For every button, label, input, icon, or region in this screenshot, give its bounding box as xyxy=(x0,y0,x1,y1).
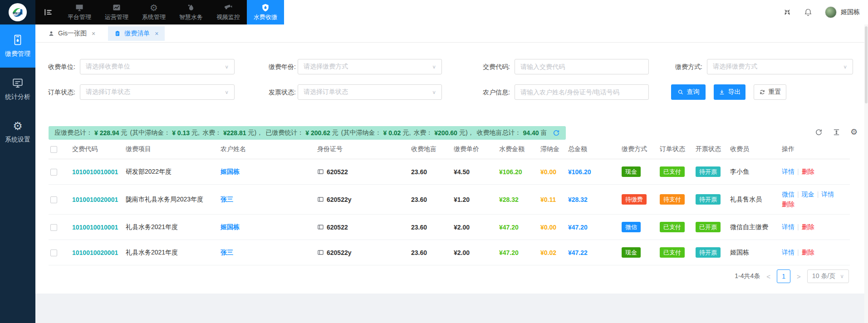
scrollbar[interactable] xyxy=(864,24,868,323)
nav-item-water-fee-collection[interactable]: 水费收缴 xyxy=(247,0,284,24)
scrollbar-thumb[interactable] xyxy=(865,26,868,103)
nav-item-label: 平台管理 xyxy=(68,13,91,21)
tab-gis-map[interactable]: Gis一张图 × xyxy=(42,26,102,41)
refresh-icon[interactable] xyxy=(553,129,560,137)
invoice-status-select[interactable]: 请选择订单状态∨ xyxy=(298,84,442,100)
bell-icon[interactable] xyxy=(804,8,812,16)
fullscreen-icon[interactable] xyxy=(783,8,791,16)
table-row: 1010010010001 礼县水务2021年度 姬国栋 620522 23.6… xyxy=(49,215,850,240)
search-button[interactable]: 查询 xyxy=(671,84,706,100)
wechat-pay-link[interactable]: 微信 xyxy=(782,191,794,198)
filter-label-payment-code: 交费代码: xyxy=(471,59,510,74)
col-header: 收费地亩 xyxy=(409,143,452,159)
water-meter-icon xyxy=(12,34,24,46)
export-button[interactable]: 导出 xyxy=(714,84,745,100)
sidebar: RIEON 缴费管理 统计分析 ⚙ 系统设置 xyxy=(0,0,35,323)
detail-link[interactable]: 详情 xyxy=(821,191,834,198)
area-cell: 23.60 xyxy=(409,240,452,265)
farmer-name-link[interactable]: 姬国栋 xyxy=(221,168,240,175)
sidebar-item-statistics[interactable]: 统计分析 xyxy=(0,68,35,111)
farmer-info-input[interactable] xyxy=(515,84,649,100)
payment-code-input[interactable] xyxy=(515,59,649,74)
nav-item-system-management[interactable]: ⚙ 系统管理 xyxy=(135,0,172,24)
payment-method-select[interactable]: 请选择缴费方式∨ xyxy=(707,59,853,74)
user-menu[interactable]: 姬国栋 xyxy=(825,6,860,18)
select-all-checkbox[interactable] xyxy=(50,146,57,153)
row-checkbox[interactable] xyxy=(50,224,57,231)
next-page-icon[interactable]: > xyxy=(797,273,801,280)
payment-code-link[interactable]: 1010010020001 xyxy=(72,249,118,256)
row-checkbox[interactable] xyxy=(50,169,57,176)
collector-cell: 礼县售水员 xyxy=(728,185,780,215)
area-cell: 23.60 xyxy=(409,159,452,185)
tab-bar: Gis一张图 × 缴费清单 × xyxy=(35,24,868,43)
delete-link[interactable]: 删除 xyxy=(782,201,794,208)
row-checkbox[interactable] xyxy=(50,196,57,203)
page-size-select[interactable]: 10 条/页 ∨ xyxy=(807,269,849,283)
reset-button[interactable]: 重置 xyxy=(754,84,786,100)
project-cell: 礼县水务2021年度 xyxy=(124,240,219,265)
reset-icon xyxy=(759,89,765,95)
col-header: 收费员 xyxy=(728,143,780,159)
payment-code-link[interactable]: 1010010010001 xyxy=(72,224,118,231)
delete-link[interactable]: 删除 xyxy=(802,168,814,175)
pay-method-badge: 待缴费 xyxy=(622,194,647,205)
sidebar-item-system-settings[interactable]: ⚙ 系统设置 xyxy=(0,111,35,154)
sidebar-item-payment-management[interactable]: 缴费管理 xyxy=(0,24,35,68)
unit-price-cell: ¥4.50 xyxy=(452,159,497,185)
page-number[interactable]: 1 xyxy=(777,269,790,283)
detail-link[interactable]: 详情 xyxy=(782,223,794,230)
row-checkbox[interactable] xyxy=(50,250,57,256)
nav-item-smart-water[interactable]: 智慧水务 xyxy=(172,0,210,24)
filter-label-invoice-status: 发票状态: xyxy=(257,84,296,100)
menu-fold-icon[interactable] xyxy=(35,0,61,24)
table-row: 1010010020001 礼县水务2021年度 张三 620522y 23.6… xyxy=(49,240,850,265)
chevron-down-icon: ∨ xyxy=(432,64,436,70)
sidebar-item-label: 系统设置 xyxy=(5,136,30,144)
id-card-icon xyxy=(317,224,324,230)
svg-text:RIEON: RIEON xyxy=(13,12,22,15)
farmer-name-link[interactable]: 张三 xyxy=(221,196,233,203)
delete-link[interactable]: 删除 xyxy=(802,249,814,256)
late-fee-cell: ¥0.11 xyxy=(539,185,566,215)
prev-page-icon[interactable]: < xyxy=(766,273,770,280)
id-number: 620522y xyxy=(327,196,352,203)
nav-item-platform-management[interactable]: 平台管理 xyxy=(61,0,98,24)
farmer-name-link[interactable]: 张三 xyxy=(221,249,233,256)
pay-method-badge: 现金 xyxy=(622,166,641,177)
sidebar-item-label: 缴费管理 xyxy=(5,50,30,58)
close-icon[interactable]: × xyxy=(155,30,158,37)
settings-gear-icon[interactable]: ⚙ xyxy=(850,128,858,136)
col-header: 缴费项目 xyxy=(124,143,219,159)
order-status-select[interactable]: 请选择订单状态∨ xyxy=(80,84,235,100)
density-icon[interactable] xyxy=(833,128,840,136)
line-chart-icon xyxy=(112,3,121,12)
payment-code-link[interactable]: 1010010010001 xyxy=(72,168,118,176)
invoice-status-badge: 待开票 xyxy=(696,247,721,258)
area-cell: 23.60 xyxy=(409,185,452,215)
refresh-icon[interactable] xyxy=(815,128,823,136)
payment-year-select[interactable]: 请选择缴费方式∨ xyxy=(298,59,442,74)
search-icon xyxy=(677,89,684,95)
billing-unit-select[interactable]: 请选择收费单位∨ xyxy=(80,59,235,74)
detail-link[interactable]: 详情 xyxy=(782,168,794,175)
close-icon[interactable]: × xyxy=(92,30,95,37)
nav-item-label: 智慧水务 xyxy=(179,13,203,21)
water-fee-cell: ¥47.20 xyxy=(497,215,539,240)
id-number: 620522 xyxy=(327,168,348,176)
nav-item-video-monitoring[interactable]: 视频监控 xyxy=(210,0,247,24)
project-cell: 礼县水务2021年度 xyxy=(124,215,219,240)
stats-monitor-icon xyxy=(12,77,24,89)
detail-link[interactable]: 详情 xyxy=(782,249,794,256)
farmer-name-link[interactable]: 姬国栋 xyxy=(221,223,240,230)
cash-pay-link[interactable]: 现金 xyxy=(802,191,814,198)
collector-cell: 微信自主缴费 xyxy=(728,215,780,240)
download-icon xyxy=(719,89,725,95)
logo-icon: RIEON xyxy=(8,3,27,22)
id-number: 620522 xyxy=(327,224,348,231)
nav-item-operations-management[interactable]: 运营管理 xyxy=(98,0,135,24)
payment-code-link[interactable]: 1010010020001 xyxy=(72,196,118,203)
delete-link[interactable]: 删除 xyxy=(802,223,814,230)
col-header: 总金额 xyxy=(566,143,620,159)
tab-payment-list[interactable]: 缴费清单 × xyxy=(108,26,165,41)
